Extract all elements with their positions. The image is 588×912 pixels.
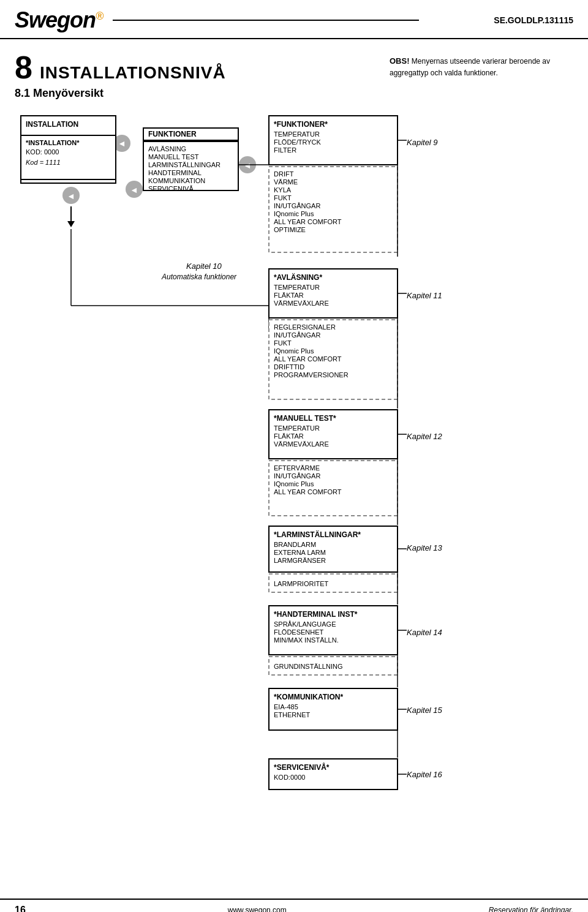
svg-text:*FUNKTIONER*: *FUNKTIONER* bbox=[274, 120, 328, 129]
obs-box: OBS! Menyernas utseende varierar beroend… bbox=[390, 55, 573, 78]
svg-text:EFTERVÄRME: EFTERVÄRME bbox=[274, 464, 320, 472]
svg-text:◄: ◄ bbox=[243, 160, 252, 170]
svg-text:Kapitel  16: Kapitel 16 bbox=[407, 770, 443, 779]
chapter-number: 8 bbox=[15, 51, 32, 83]
svg-text:IQnomic Plus: IQnomic Plus bbox=[274, 347, 314, 355]
svg-text:*INSTALLATION*: *INSTALLATION* bbox=[26, 139, 80, 146]
svg-text:Kapitel  14: Kapitel 14 bbox=[407, 628, 442, 637]
svg-text:DRIFTTID: DRIFTTID bbox=[274, 363, 304, 371]
svg-text:ETHERNET: ETHERNET bbox=[274, 711, 311, 718]
svg-text:FLÖDESENHET: FLÖDESENHET bbox=[274, 628, 324, 636]
obs-text: Menyernas utseende varierar beroende av … bbox=[390, 57, 550, 77]
page-footer: 16 www.swegon.com Reservation för ändrin… bbox=[0, 899, 588, 912]
svg-text:VÄRMEVÄXLARE: VÄRMEVÄXLARE bbox=[274, 440, 329, 448]
footer-page-number: 16 bbox=[15, 905, 26, 912]
svg-text:MIN/MAX INSTÄLLN.: MIN/MAX INSTÄLLN. bbox=[274, 636, 339, 644]
svg-text:FUNKTIONER: FUNKTIONER bbox=[148, 130, 197, 138]
svg-text:EIA-485: EIA-485 bbox=[274, 703, 298, 710]
svg-text:FILTER: FILTER bbox=[274, 146, 296, 154]
logo-area: Swegon® bbox=[15, 7, 419, 33]
svg-text:LARMINSTÄLLNINGAR: LARMINSTÄLLNINGAR bbox=[148, 161, 221, 168]
svg-text:*LARMINSTÄLLNINGAR*: *LARMINSTÄLLNINGAR* bbox=[274, 530, 361, 539]
obs-label: OBS! bbox=[390, 56, 410, 66]
svg-text:◄: ◄ bbox=[67, 191, 75, 201]
svg-text:TEMPERATUR: TEMPERATUR bbox=[274, 130, 320, 138]
diagram-svg: INSTALLATION ◄ *INSTALLATION* KOD: 0000 … bbox=[15, 110, 566, 906]
svg-text:◄: ◄ bbox=[130, 185, 138, 195]
svg-text:FLÄKTAR: FLÄKTAR bbox=[274, 432, 304, 440]
svg-text:ALL YEAR COMFORT: ALL YEAR COMFORT bbox=[274, 355, 342, 363]
svg-text:HANDTERMINAL: HANDTERMINAL bbox=[148, 169, 202, 176]
svg-text:Kapitel  10: Kapitel 10 bbox=[186, 262, 222, 271]
svg-text:Kod = 1111: Kod = 1111 bbox=[26, 159, 61, 166]
logo: Swegon® bbox=[15, 7, 103, 33]
svg-text:TEMPERATUR: TEMPERATUR bbox=[274, 284, 320, 291]
svg-text:*SERVICENIVÅ*: *SERVICENIVÅ* bbox=[274, 763, 330, 772]
svg-text:GRUNDINSTÄLLNING: GRUNDINSTÄLLNING bbox=[274, 663, 342, 670]
svg-text:REGLERSIGNALER: REGLERSIGNALER bbox=[274, 323, 336, 331]
svg-text:IN/UTGÅNGAR: IN/UTGÅNGAR bbox=[274, 202, 320, 209]
logo-line bbox=[113, 20, 419, 21]
svg-text:IQnomic Plus: IQnomic Plus bbox=[274, 210, 314, 217]
svg-text:KYLA: KYLA bbox=[274, 186, 292, 194]
svg-text:IN/UTGÅNGAR: IN/UTGÅNGAR bbox=[274, 472, 320, 480]
svg-text:*HANDTERMINAL INST*: *HANDTERMINAL INST* bbox=[274, 610, 358, 619]
svg-text:LARMGRÄNSER: LARMGRÄNSER bbox=[274, 557, 326, 564]
svg-text:FLÄKTAR: FLÄKTAR bbox=[274, 292, 304, 299]
svg-text:OPTIMIZE: OPTIMIZE bbox=[274, 226, 306, 233]
svg-text:KOD: 0000: KOD: 0000 bbox=[26, 148, 59, 156]
svg-text:IQnomic Plus: IQnomic Plus bbox=[274, 480, 314, 488]
svg-text:INSTALLATION: INSTALLATION bbox=[26, 120, 78, 129]
document-number: SE.GOLDLP.131115 bbox=[494, 15, 573, 25]
svg-text:Kapitel  15: Kapitel 15 bbox=[407, 706, 443, 715]
svg-text:SPRÅK/LANGUAGE: SPRÅK/LANGUAGE bbox=[274, 620, 336, 628]
svg-text:KOMMUNIKATION: KOMMUNIKATION bbox=[148, 177, 205, 184]
section-title: 8.1 Menyöversikt bbox=[15, 87, 573, 100]
main-content: 8 INSTALLATIONSNIVÅ 8.1 Menyöversikt OBS… bbox=[0, 39, 588, 912]
svg-rect-92 bbox=[269, 732, 398, 750]
svg-text:FUKT: FUKT bbox=[274, 194, 292, 202]
svg-text:AVLÄSNING: AVLÄSNING bbox=[148, 145, 186, 153]
svg-text:Automatiska funktioner: Automatiska funktioner bbox=[161, 273, 237, 281]
svg-text:*KOMMUNIKATION*: *KOMMUNIKATION* bbox=[274, 693, 343, 701]
svg-text:BRANDLARM: BRANDLARM bbox=[274, 541, 316, 548]
svg-text:Kapitel  11: Kapitel 11 bbox=[407, 291, 442, 300]
svg-text:VÄRME: VÄRME bbox=[274, 178, 298, 186]
svg-text:LARMPRIORITET: LARMPRIORITET bbox=[274, 580, 329, 587]
svg-text:ALL YEAR COMFORT: ALL YEAR COMFORT bbox=[274, 218, 342, 225]
svg-text:ALL YEAR COMFORT: ALL YEAR COMFORT bbox=[274, 488, 342, 496]
svg-marker-11 bbox=[67, 221, 75, 227]
footer-website[interactable]: www.swegon.com bbox=[228, 906, 287, 912]
chapter-title: INSTALLATIONSNIVÅ bbox=[40, 63, 226, 83]
svg-text:TEMPERATUR: TEMPERATUR bbox=[274, 424, 320, 432]
svg-text:*MANUELL TEST*: *MANUELL TEST* bbox=[274, 414, 336, 423]
svg-text:SERVICENIVÅ: SERVICENIVÅ bbox=[148, 185, 194, 192]
svg-text:Kapitel  9: Kapitel 9 bbox=[407, 138, 438, 147]
svg-text:◄: ◄ bbox=[118, 138, 126, 148]
diagram-area: INSTALLATION ◄ *INSTALLATION* KOD: 0000 … bbox=[15, 110, 573, 908]
page-header: Swegon® SE.GOLDLP.131115 bbox=[0, 0, 588, 39]
svg-text:EXTERNA LARM: EXTERNA LARM bbox=[274, 549, 326, 556]
logo-trademark: ® bbox=[96, 10, 103, 22]
svg-text:Kapitel  13: Kapitel 13 bbox=[407, 543, 443, 552]
svg-text:IN/UTGÅNGAR: IN/UTGÅNGAR bbox=[274, 331, 320, 339]
svg-text:Kapitel  12: Kapitel 12 bbox=[407, 432, 443, 441]
svg-text:DRIFT: DRIFT bbox=[274, 170, 294, 178]
svg-text:PROGRAMVERSIONER: PROGRAMVERSIONER bbox=[274, 371, 349, 379]
svg-text:KOD:0000: KOD:0000 bbox=[274, 774, 305, 781]
svg-text:FLÖDE/TRYCK: FLÖDE/TRYCK bbox=[274, 138, 321, 146]
svg-text:*AVLÄSNING*: *AVLÄSNING* bbox=[274, 273, 322, 282]
footer-reservation: Reservation för ändringar. bbox=[489, 906, 573, 912]
svg-text:VÄRMEVÄXLARE: VÄRMEVÄXLARE bbox=[274, 300, 329, 307]
svg-text:FUKT: FUKT bbox=[274, 339, 292, 347]
svg-text:MANUELL TEST: MANUELL TEST bbox=[148, 153, 199, 160]
